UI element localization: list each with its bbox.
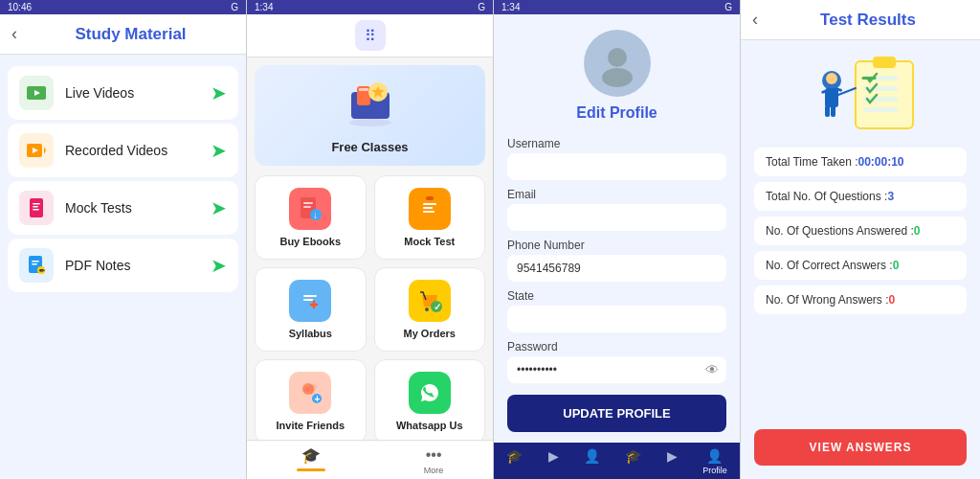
results-illustration <box>741 40 980 142</box>
total-time-card: Total Time Taken : 00:00:10 <box>754 148 967 176</box>
svg-rect-6 <box>33 203 40 205</box>
free-classes-label: Free Classes <box>331 140 408 154</box>
panel4-back-button[interactable]: ‹ <box>752 10 758 30</box>
icons-1: G <box>231 2 238 12</box>
questions-answered-label: No. Of Questions Answered : <box>766 224 914 238</box>
svg-rect-5 <box>30 198 43 217</box>
username-input[interactable] <box>507 153 726 180</box>
pdf-notes-icon: ✏ <box>19 248 54 283</box>
svg-rect-10 <box>32 261 39 262</box>
p3-nav-home[interactable]: 🎓 <box>506 448 523 475</box>
my-orders-card[interactable]: ✓ My Orders <box>374 267 486 352</box>
p3-nav-person[interactable]: 👤 <box>584 448 600 475</box>
state-label: State <box>507 289 726 303</box>
my-orders-icon: ✓ <box>409 280 451 322</box>
edit-profile-panel: 1:34 G Edit Profile Username Email Phone… <box>494 0 741 479</box>
email-input[interactable] <box>507 204 726 231</box>
whatsapp-us-card[interactable]: Whatsapp Us <box>374 359 486 440</box>
phone-input[interactable] <box>507 255 726 282</box>
questions-answered-value: 0 <box>914 224 921 238</box>
p3-nav-video[interactable]: ▶ <box>548 448 559 475</box>
svg-rect-47 <box>873 57 896 68</box>
time-1: 10:46 <box>8 2 32 12</box>
wrong-answers-card: No. Of Wrong Answers : 0 <box>754 285 967 314</box>
profile-form: Username Email Phone Number State Passwo… <box>494 129 740 443</box>
svg-text:✓: ✓ <box>434 302 441 312</box>
app-grid-panel: 1:34 G ⠿ Free Classes <box>247 0 494 479</box>
nav-more[interactable]: ••• More <box>424 446 444 475</box>
menu-item-live-videos[interactable]: Live Videos ➤ <box>8 66 238 120</box>
update-profile-button[interactable]: UPDATE PROFILE <box>507 395 726 432</box>
p3-nav-video2[interactable]: ▶ <box>667 448 678 475</box>
eye-icon[interactable]: 👁 <box>705 362 719 377</box>
svg-rect-52 <box>863 107 898 112</box>
pdf-notes-arrow: ➤ <box>211 254 227 277</box>
invite-friends-card[interactable]: + Invite Friends <box>255 359 367 440</box>
live-videos-arrow: ➤ <box>211 81 227 104</box>
live-videos-icon <box>19 76 54 110</box>
svg-marker-3 <box>44 147 46 154</box>
svg-text:+: + <box>315 394 321 404</box>
p3-nav-profile-active[interactable]: 👤 Profile <box>702 448 727 475</box>
status-bar-3: 1:34 G <box>494 0 740 14</box>
correct-answers-card: No. Of Correct Answers : 0 <box>754 251 967 280</box>
my-orders-label: My Orders <box>404 328 456 339</box>
total-time-value: 00:00:10 <box>858 155 904 169</box>
syllabus-card[interactable]: Syllabus <box>255 267 367 352</box>
total-questions-value: 3 <box>887 190 894 203</box>
svg-point-45 <box>602 68 633 87</box>
svg-rect-7 <box>33 206 38 208</box>
menu-item-mock-tests[interactable]: Mock Tests ➤ <box>8 181 238 235</box>
svg-text:↓: ↓ <box>313 210 318 220</box>
panel4-header: ‹ Test Results <box>741 0 980 40</box>
free-classes-card[interactable]: Free Classes <box>255 65 485 166</box>
p3-nav-courses[interactable]: 🎓 <box>625 448 641 475</box>
recorded-videos-icon <box>19 133 54 168</box>
panel2-bottom-nav: 🎓 ••• More <box>247 440 493 479</box>
avatar <box>584 30 651 97</box>
svg-rect-11 <box>32 263 37 265</box>
svg-rect-28 <box>423 211 434 213</box>
buy-ebooks-icon: ↓ <box>289 188 331 230</box>
password-input[interactable] <box>507 356 726 383</box>
menu-item-recorded-videos[interactable]: Recorded Videos ➤ <box>8 124 238 177</box>
back-button[interactable]: ‹ <box>11 24 17 44</box>
menu-item-pdf-notes[interactable]: ✏ PDF Notes ➤ <box>8 239 238 292</box>
syllabus-icon <box>289 280 331 322</box>
recorded-videos-label: Recorded Videos <box>65 143 199 158</box>
nav-home[interactable]: 🎓 <box>297 446 325 475</box>
recorded-videos-arrow: ➤ <box>211 139 227 162</box>
total-questions-label: Total No. Of Questions : <box>766 190 887 203</box>
phone-group: Phone Number <box>507 239 726 282</box>
panel3-bottom-nav: 🎓 ▶ 👤 🎓 ▶ 👤 Profile <box>494 443 740 479</box>
more-nav-icon: ••• <box>426 446 442 464</box>
state-input[interactable] <box>507 306 726 332</box>
email-label: Email <box>507 188 726 201</box>
svg-rect-59 <box>831 105 835 117</box>
p3-video2-icon: ▶ <box>667 448 678 464</box>
p3-profile-label: Profile <box>702 466 727 475</box>
study-material-panel: 10:46 G ‹ Study Material Live Videos ➤ <box>0 0 247 479</box>
test-results-title: Test Results <box>768 11 969 30</box>
syllabus-label: Syllabus <box>289 328 332 339</box>
buy-ebooks-card[interactable]: ↓ Buy Ebooks <box>255 175 367 260</box>
icons-3: G <box>724 2 732 12</box>
grid-toggle-button[interactable]: ⠿ <box>355 20 386 51</box>
correct-answers-label: No. Of Correct Answers : <box>766 259 893 272</box>
state-group: State <box>507 289 726 332</box>
result-cards: Total Time Taken : 00:00:10 Total No. Of… <box>741 142 980 422</box>
username-group: Username <box>507 137 726 180</box>
svg-rect-29 <box>426 196 434 200</box>
mock-test-card[interactable]: Mock Test <box>374 175 486 260</box>
time-2: 1:34 <box>255 2 273 12</box>
view-answers-button[interactable]: VIEW ANSWERS <box>754 429 967 466</box>
email-group: Email <box>507 188 726 231</box>
mock-test-icon <box>409 188 451 230</box>
svg-rect-31 <box>303 295 317 297</box>
password-group: Password 👁 <box>507 340 726 383</box>
p3-courses-icon: 🎓 <box>625 448 641 464</box>
test-results-panel: ‹ Test Results <box>741 0 980 479</box>
questions-answered-card: No. Of Questions Answered : 0 <box>754 217 967 245</box>
buy-ebooks-label: Buy Ebooks <box>279 236 341 247</box>
svg-point-54 <box>826 73 837 84</box>
